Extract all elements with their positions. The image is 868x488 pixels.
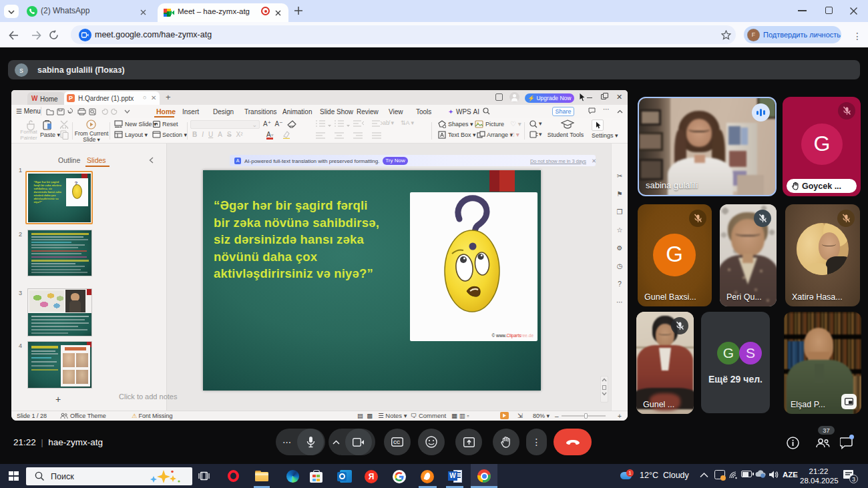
svg-text:CC: CC bbox=[393, 440, 400, 445]
